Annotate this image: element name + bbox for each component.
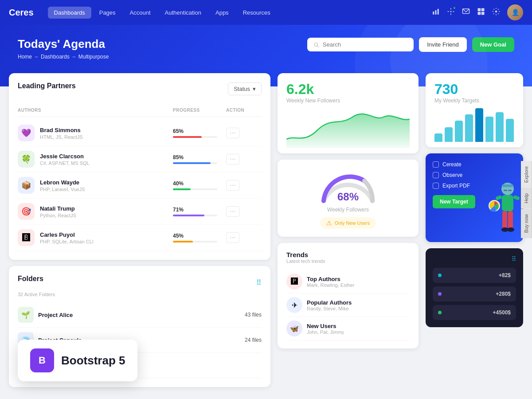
- brand-logo: Ceres: [9, 8, 34, 18]
- leading-partners-title: Leading Partners: [18, 82, 76, 90]
- bar-item: [475, 108, 483, 142]
- settings-icon[interactable]: [492, 8, 500, 17]
- bar-item: [434, 133, 442, 142]
- new-goal-button[interactable]: New Goal: [472, 37, 514, 52]
- progress-col: 40%: [173, 180, 226, 190]
- list-item: 🌱 Project Alice 43 files: [18, 302, 262, 328]
- search-input[interactable]: [323, 41, 407, 48]
- author-name: Lebron Wayde: [40, 179, 85, 186]
- checkbox-icon: [433, 183, 439, 189]
- promo-item-observe: Observe: [433, 172, 516, 178]
- progress-pct: 45%: [173, 233, 226, 239]
- trend-icon: ✈: [286, 297, 302, 313]
- author-name: Natali Trump: [40, 205, 76, 212]
- nav-apps[interactable]: Apps: [209, 7, 235, 19]
- page-title: Todays' Agenda: [18, 37, 514, 51]
- search-box[interactable]: [307, 38, 414, 51]
- action-menu-button[interactable]: ···: [226, 128, 239, 138]
- progress-bar: [173, 215, 204, 216]
- chevron-down-icon: ▾: [253, 86, 256, 92]
- svg-point-3: [450, 11, 452, 12]
- folder-name: Project Alice: [38, 312, 240, 318]
- trends-card: Trends Latest tech trends 🅿 Top Authors …: [278, 243, 419, 348]
- author-name: Jessie Clarcson: [40, 153, 90, 160]
- bar-chart-icon[interactable]: [432, 8, 440, 17]
- trend-sub: Mark, Rowling, Esther: [307, 282, 355, 288]
- bootstrap-logo: B: [30, 348, 54, 372]
- svg-line-15: [317, 46, 319, 47]
- right-panel: 730 My Weekly Targets Cereate: [426, 73, 523, 387]
- nav-dashboards[interactable]: Dashboards: [48, 7, 91, 19]
- svg-rect-19: [508, 190, 512, 191]
- stat-dot: [438, 274, 442, 277]
- progress-bar: [173, 136, 202, 138]
- status-dropdown-button[interactable]: Status ▾: [228, 82, 262, 95]
- bar-item: [485, 117, 493, 142]
- author-name: Carles Puyol: [40, 231, 94, 238]
- action-menu-button[interactable]: ···: [226, 206, 239, 217]
- action-menu-button[interactable]: ···: [226, 154, 239, 164]
- trend-icon: 🦋: [286, 321, 302, 336]
- dark-stat-item: +280$: [433, 286, 516, 301]
- progress-bar-bg: [173, 215, 217, 216]
- bar-item: [506, 119, 514, 142]
- trend-name: New Users: [307, 323, 344, 329]
- message-icon[interactable]: [462, 8, 470, 17]
- only-new-users-badge: ⚠ Only New Users: [320, 217, 376, 229]
- svg-rect-18: [504, 190, 507, 191]
- bar-item: [465, 114, 473, 142]
- col-action: ACTION: [226, 108, 262, 113]
- author-skills: HTML, JS, ReactJS: [40, 134, 83, 140]
- gauge-card: 68% Weekly Followers ⚠ Only New Users: [278, 160, 419, 237]
- author-skills: PHP, Laravel, VueJS: [40, 187, 85, 192]
- middle-panel: 6.2k Weekly New Followers: [278, 73, 419, 387]
- warning-icon: ⚠: [326, 219, 332, 227]
- table-row: 💜 Brad Simmons HTML, JS, ReactJS 65% ···: [18, 120, 262, 146]
- dark-stat-item: +82$: [433, 268, 516, 283]
- author-info: 💜 Brad Simmons HTML, JS, ReactJS: [18, 125, 173, 141]
- bar-item: [455, 121, 463, 142]
- progress-bar-bg: [173, 241, 217, 243]
- progress-col: 85%: [173, 154, 226, 164]
- progress-bar: [173, 241, 193, 243]
- promo-label: Cereate: [442, 161, 462, 168]
- progress-bar: [173, 188, 191, 190]
- folder-icon: 🌱: [18, 307, 34, 323]
- grid-icon[interactable]: [477, 8, 485, 17]
- progress-bar-bg: [173, 188, 217, 190]
- nav-pages[interactable]: Pages: [93, 7, 122, 19]
- side-tab-explore[interactable]: Explore: [521, 161, 532, 188]
- only-new-users-label: Only New Users: [335, 220, 370, 226]
- bar-item: [496, 112, 504, 142]
- author-avatar: 🎯: [18, 203, 35, 220]
- gauge-wrap: 68%: [317, 168, 379, 203]
- folders-menu-icon[interactable]: ⠿: [256, 278, 262, 287]
- action-menu-button[interactable]: ···: [226, 180, 239, 191]
- svg-point-14: [314, 43, 317, 46]
- svg-rect-9: [478, 8, 481, 12]
- nav-resources[interactable]: Resources: [237, 7, 277, 19]
- list-item: 🅿 Top Authors Mark, Rowling, Esther: [286, 270, 410, 293]
- avatar[interactable]: 👤: [507, 4, 523, 20]
- invite-friend-button[interactable]: Invite Friend: [419, 37, 467, 52]
- nav-authentication[interactable]: Authentication: [159, 7, 207, 19]
- svg-rect-1: [435, 10, 437, 15]
- dark-stats-panel: ⠿ +82$ +280$ +4500$: [426, 248, 523, 327]
- table-row: 🍀 Jessie Clarcson C#, ASP.NET, MS SQL 85…: [18, 146, 262, 172]
- action-menu-button[interactable]: ···: [226, 232, 239, 243]
- table-row: 🎯 Natali Trump Python, ReactJS 71% ···: [18, 199, 262, 225]
- gauge-percentage: 68%: [337, 191, 359, 203]
- svg-rect-0: [433, 12, 434, 15]
- trends-subtitle: Latest tech trends: [286, 258, 410, 264]
- dark-panel-menu-icon[interactable]: ⠿: [512, 255, 516, 262]
- bootstrap-overlay: B Bootstrap 5: [18, 340, 137, 381]
- sparkle-icon[interactable]: [447, 8, 455, 17]
- side-tab-help[interactable]: Help: [521, 188, 532, 209]
- status-label: Status: [234, 86, 250, 92]
- nav-account[interactable]: Account: [124, 7, 157, 19]
- list-item: 🦋 New Users John, Pat, Jimmy: [286, 317, 410, 340]
- side-tab-buy-now[interactable]: Buy now: [521, 209, 532, 238]
- new-target-button[interactable]: New Target: [433, 195, 475, 208]
- promo-menu: Cereate Observe Export PDF: [433, 161, 516, 189]
- progress-col: 71%: [173, 207, 226, 216]
